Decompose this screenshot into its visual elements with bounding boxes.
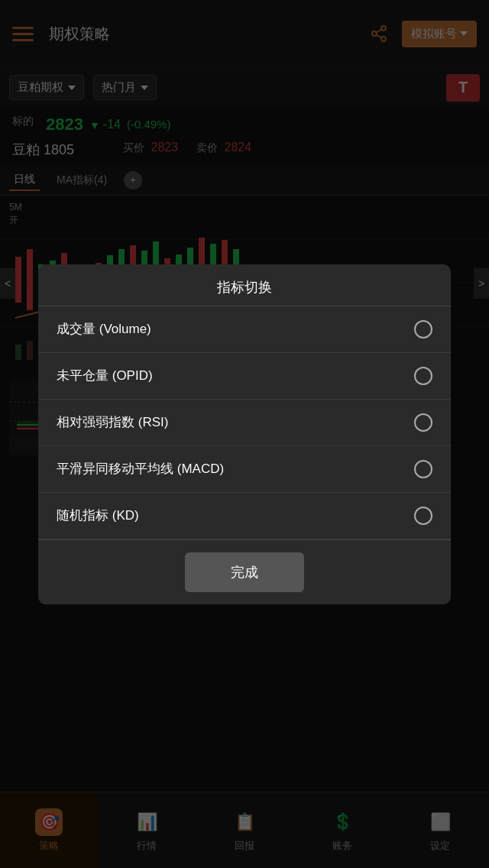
modal-title: 指标切换	[38, 264, 451, 306]
modal-item-0[interactable]: 成交量 (Volume)	[38, 306, 451, 353]
modal-item-1[interactable]: 未平仓量 (OPID)	[38, 353, 451, 400]
modal-item-2[interactable]: 相对强弱指数 (RSI)	[38, 400, 451, 446]
radio-rsi[interactable]	[414, 413, 432, 432]
radio-kd[interactable]	[414, 507, 432, 525]
radio-macd[interactable]	[414, 460, 432, 478]
modal-overlay[interactable]: 指标切换 成交量 (Volume) 未平仓量 (OPID) 相对强弱指数 (RS…	[0, 0, 489, 868]
modal-footer: 完成	[38, 539, 451, 604]
radio-volume[interactable]	[414, 320, 432, 338]
radio-opid[interactable]	[414, 367, 432, 385]
indicator-switch-modal: 指标切换 成交量 (Volume) 未平仓量 (OPID) 相对强弱指数 (RS…	[38, 264, 451, 604]
modal-done-button[interactable]: 完成	[185, 552, 304, 592]
modal-item-4[interactable]: 随机指标 (KD)	[38, 493, 451, 539]
modal-item-3[interactable]: 平滑异同移动平均线 (MACD)	[38, 446, 451, 493]
